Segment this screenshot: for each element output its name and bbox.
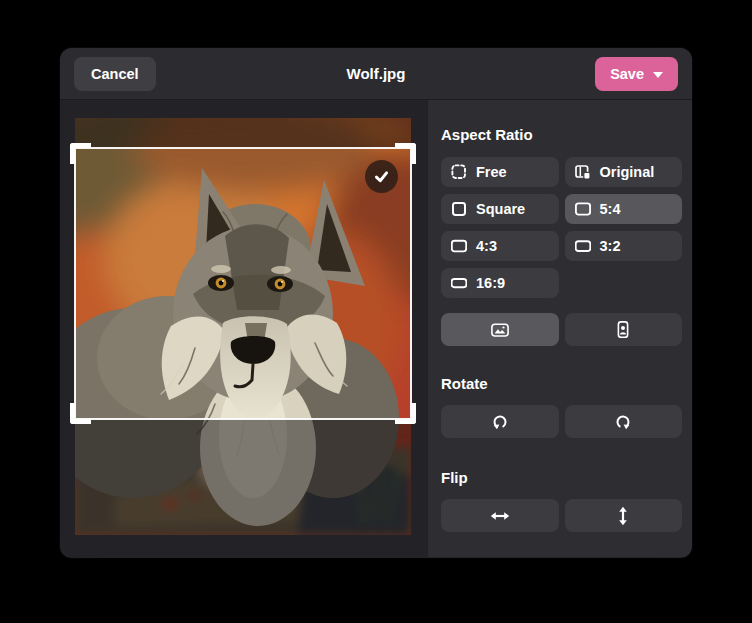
orientation-portrait-button[interactable] (565, 313, 683, 346)
rotate-clockwise-button[interactable] (565, 405, 683, 438)
rotate-cw-icon (614, 413, 632, 431)
rect-4-3-icon (451, 238, 467, 254)
aspect-5-4-button[interactable]: 5:4 (565, 194, 683, 224)
flip-horizontal-icon (490, 508, 510, 524)
rotate-heading: Rotate (441, 375, 682, 392)
aspect-ratio-grid: Free Original (441, 157, 682, 298)
rect-16-9-icon (451, 275, 467, 291)
free-selection-icon (451, 164, 467, 180)
aspect-original-button[interactable]: Original (565, 157, 683, 187)
crop-handle-bottom-left[interactable] (70, 403, 91, 424)
crop-handle-bottom-right[interactable] (395, 403, 416, 424)
flip-heading: Flip (441, 469, 682, 486)
flip-vertical-button[interactable] (565, 499, 683, 532)
original-aspect-icon (575, 164, 591, 180)
canvas-panel (60, 100, 427, 557)
checkmark-icon (372, 167, 391, 186)
landscape-photo-icon (491, 322, 509, 338)
aspect-square-label: Square (476, 201, 525, 217)
aspect-3-2-button[interactable]: 3:2 (565, 231, 683, 261)
aspect-16-9-label: 16:9 (476, 275, 505, 291)
aspect-ratio-heading: Aspect Ratio (441, 126, 682, 143)
portrait-photo-icon (614, 321, 632, 339)
aspect-4-3-button[interactable]: 4:3 (441, 231, 559, 261)
image-editor-window: Cancel Wolf.jpg Save (60, 48, 692, 558)
flip-vertical-icon (615, 506, 631, 526)
rotate-row (441, 405, 682, 438)
aspect-5-4-label: 5:4 (600, 201, 621, 217)
aspect-free-button[interactable]: Free (441, 157, 559, 187)
aspect-original-label: Original (600, 164, 655, 180)
square-icon (451, 201, 467, 217)
chevron-down-icon (653, 72, 663, 78)
crop-handle-top-left[interactable] (70, 143, 91, 164)
rotate-counterclockwise-button[interactable] (441, 405, 559, 438)
aspect-16-9-button[interactable]: 16:9 (441, 268, 559, 298)
flip-horizontal-button[interactable] (441, 499, 559, 532)
rect-5-4-icon (575, 201, 591, 217)
aspect-free-label: Free (476, 164, 507, 180)
orientation-landscape-button[interactable] (441, 313, 559, 346)
cancel-button[interactable]: Cancel (74, 57, 156, 91)
aspect-3-2-label: 3:2 (600, 238, 621, 254)
aspect-4-3-label: 4:3 (476, 238, 497, 254)
header-bar: Cancel Wolf.jpg Save (60, 48, 692, 100)
rect-3-2-icon (575, 238, 591, 254)
save-button-label: Save (610, 66, 644, 82)
orientation-row (441, 313, 682, 346)
edit-sidebar: Aspect Ratio Free (427, 100, 692, 557)
apply-crop-button[interactable] (365, 160, 398, 193)
rotate-ccw-icon (491, 413, 509, 431)
crop-handle-top-right[interactable] (395, 143, 416, 164)
aspect-square-button[interactable]: Square (441, 194, 559, 224)
crop-region[interactable] (74, 147, 412, 420)
image-stage (75, 118, 411, 535)
flip-row (441, 499, 682, 532)
save-split-button[interactable]: Save (595, 57, 678, 91)
